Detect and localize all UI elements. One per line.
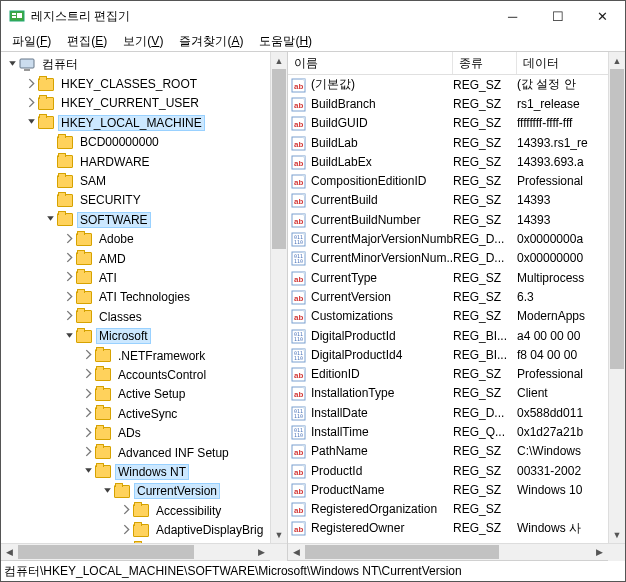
- tree-item[interactable]: SAM: [1, 171, 287, 190]
- chevron-right-icon[interactable]: [119, 504, 133, 517]
- chevron-right-icon[interactable]: [62, 233, 76, 246]
- chevron-right-icon[interactable]: [81, 349, 95, 362]
- list-row[interactable]: 011110DigitalProductId4REG_BI...f8 04 00…: [288, 345, 625, 364]
- chevron-right-icon[interactable]: [81, 368, 95, 381]
- list-row[interactable]: abBuildLabExREG_SZ14393.693.a: [288, 152, 625, 171]
- chevron-right-icon[interactable]: [81, 388, 95, 401]
- chevron-right-icon[interactable]: [62, 271, 76, 284]
- menu-v[interactable]: 보기(V): [117, 31, 169, 52]
- scroll-thumb[interactable]: [305, 545, 499, 559]
- chevron-right-icon[interactable]: [24, 97, 38, 110]
- chevron-right-icon[interactable]: [24, 78, 38, 91]
- chevron-right-icon[interactable]: [62, 291, 76, 304]
- list-row[interactable]: abCompositionEditionIDREG_SZProfessional: [288, 171, 625, 190]
- tree-item[interactable]: HKEY_CLASSES_ROOT: [1, 74, 287, 93]
- tree-hscrollbar[interactable]: ◀ ▶: [1, 543, 287, 560]
- value-type: REG_SZ: [453, 193, 517, 207]
- list-row[interactable]: abProductIdREG_SZ00331-2002: [288, 461, 625, 480]
- chevron-right-icon[interactable]: [81, 427, 95, 440]
- chevron-down-icon[interactable]: [100, 485, 114, 498]
- menu-e[interactable]: 편집(E): [61, 31, 113, 52]
- tree-vscrollbar[interactable]: ▲ ▼: [270, 52, 287, 543]
- value-type: REG_Q...: [453, 425, 517, 439]
- tree-item[interactable]: HKEY_LOCAL_MACHINE: [1, 113, 287, 132]
- tree-item[interactable]: Active Setup: [1, 385, 287, 404]
- tree-item[interactable]: ATI: [1, 268, 287, 287]
- scroll-left-icon[interactable]: ◀: [1, 547, 18, 557]
- scroll-down-icon[interactable]: ▼: [609, 526, 625, 543]
- menu-f[interactable]: 파일(F): [6, 31, 57, 52]
- close-button[interactable]: ✕: [580, 1, 625, 31]
- list-row[interactable]: 011110CurrentMinorVersionNum...REG_D...0…: [288, 249, 625, 268]
- scroll-up-icon[interactable]: ▲: [609, 52, 625, 69]
- chevron-right-icon[interactable]: [81, 446, 95, 459]
- list-row[interactable]: abCurrentBuildREG_SZ14393: [288, 191, 625, 210]
- svg-text:110: 110: [294, 336, 303, 342]
- scroll-thumb[interactable]: [610, 69, 624, 369]
- tree-item[interactable]: Microsoft: [1, 326, 287, 345]
- tree-item[interactable]: .NETFramework: [1, 346, 287, 365]
- tree-item[interactable]: SECURITY: [1, 191, 287, 210]
- chevron-down-icon[interactable]: [5, 58, 19, 71]
- chevron-right-icon[interactable]: [119, 524, 133, 537]
- tree-item[interactable]: SOFTWARE: [1, 210, 287, 229]
- list-row[interactable]: abEditionIDREG_SZProfessional: [288, 364, 625, 383]
- tree-item[interactable]: ATI Technologies: [1, 288, 287, 307]
- chevron-right-icon[interactable]: [62, 252, 76, 265]
- menu-a[interactable]: 즐겨찾기(A): [173, 31, 249, 52]
- list-row[interactable]: abInstallationTypeREG_SZClient: [288, 384, 625, 403]
- scroll-thumb[interactable]: [272, 69, 286, 249]
- minimize-button[interactable]: ─: [490, 1, 535, 31]
- tree-item[interactable]: AMD: [1, 249, 287, 268]
- chevron-down-icon[interactable]: [43, 213, 57, 226]
- list-row[interactable]: abPathNameREG_SZC:\Windows: [288, 442, 625, 461]
- chevron-down-icon[interactable]: [62, 330, 76, 343]
- list-vscrollbar[interactable]: ▲ ▼: [608, 52, 625, 543]
- list-row[interactable]: abBuildLabREG_SZ14393.rs1_re: [288, 133, 625, 152]
- col-header-type[interactable]: 종류: [453, 52, 517, 74]
- maximize-button[interactable]: ☐: [535, 1, 580, 31]
- tree-item[interactable]: AdaptiveDisplayBrig: [1, 520, 287, 539]
- list-row[interactable]: abCurrentTypeREG_SZMultiprocess: [288, 268, 625, 287]
- tree-item[interactable]: ADs: [1, 423, 287, 442]
- scroll-down-icon[interactable]: ▼: [271, 526, 287, 543]
- list-row[interactable]: abCurrentBuildNumberREG_SZ14393: [288, 210, 625, 229]
- scroll-left-icon[interactable]: ◀: [288, 547, 305, 557]
- list-row[interactable]: 011110InstallTimeREG_Q...0x1d27a21b: [288, 422, 625, 441]
- tree-item[interactable]: HKEY_CURRENT_USER: [1, 94, 287, 113]
- col-header-name[interactable]: 이름: [288, 52, 453, 74]
- chevron-down-icon[interactable]: [81, 465, 95, 478]
- list-row[interactable]: abRegisteredOrganizationREG_SZ: [288, 500, 625, 519]
- tree-item[interactable]: HARDWARE: [1, 152, 287, 171]
- list-row[interactable]: abBuildGUIDREG_SZffffffff-ffff-fff: [288, 114, 625, 133]
- list-row[interactable]: 011110InstallDateREG_D...0x588dd011: [288, 403, 625, 422]
- list-row[interactable]: abBuildBranchREG_SZrs1_release: [288, 94, 625, 113]
- list-row[interactable]: abCustomizationsREG_SZModernApps: [288, 307, 625, 326]
- list-row[interactable]: abCurrentVersionREG_SZ6.3: [288, 287, 625, 306]
- chevron-right-icon[interactable]: [62, 310, 76, 323]
- menu-h[interactable]: 도움말(H): [253, 31, 318, 52]
- list-row[interactable]: 011110CurrentMajorVersionNumb...REG_D...…: [288, 229, 625, 248]
- list-hscrollbar[interactable]: ◀ ▶: [288, 543, 625, 560]
- tree-item[interactable]: Adobe: [1, 230, 287, 249]
- list-row[interactable]: abRegisteredOwnerREG_SZWindows 사: [288, 519, 625, 538]
- tree-item[interactable]: Classes: [1, 307, 287, 326]
- tree-item[interactable]: Accessibility: [1, 501, 287, 520]
- list-row[interactable]: abProductNameREG_SZWindows 10: [288, 480, 625, 499]
- list-row[interactable]: ab(기본값)REG_SZ(값 설정 안: [288, 75, 625, 94]
- tree-item[interactable]: 컴퓨터: [1, 55, 287, 74]
- titlebar[interactable]: 레지스트리 편집기 ─ ☐ ✕: [1, 1, 625, 31]
- tree-item[interactable]: Windows NT: [1, 462, 287, 481]
- scroll-thumb[interactable]: [18, 545, 194, 559]
- chevron-right-icon[interactable]: [81, 407, 95, 420]
- scroll-up-icon[interactable]: ▲: [271, 52, 287, 69]
- tree-item[interactable]: Advanced INF Setup: [1, 443, 287, 462]
- list-row[interactable]: 011110DigitalProductIdREG_BI...a4 00 00 …: [288, 326, 625, 345]
- tree-item[interactable]: AccountsControl: [1, 365, 287, 384]
- scroll-right-icon[interactable]: ▶: [591, 547, 608, 557]
- tree-item[interactable]: BCD00000000: [1, 133, 287, 152]
- chevron-down-icon[interactable]: [24, 116, 38, 129]
- tree-item[interactable]: ActiveSync: [1, 404, 287, 423]
- tree-item[interactable]: CurrentVersion: [1, 482, 287, 501]
- scroll-right-icon[interactable]: ▶: [253, 547, 270, 557]
